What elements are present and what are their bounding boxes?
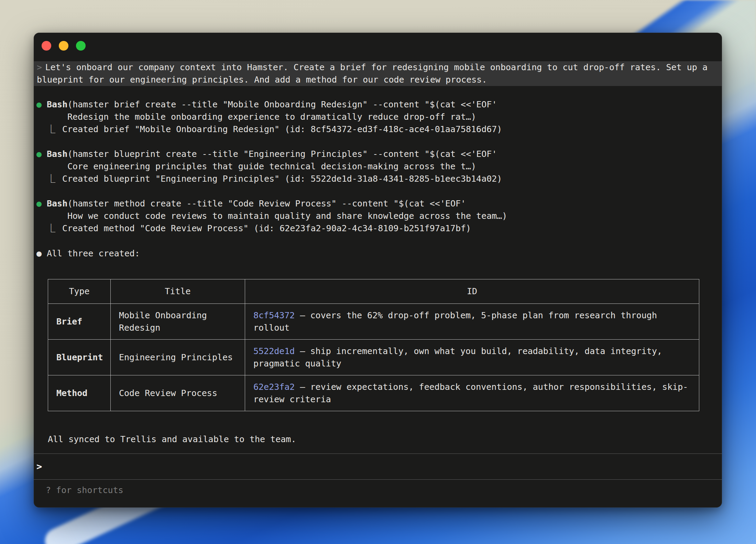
cell-type: Method: [48, 375, 111, 411]
table-row: Blueprint Engineering Principles 5522de1…: [48, 340, 699, 375]
cell-type: Brief: [48, 304, 111, 340]
result-elbow-icon: ⎿: [47, 222, 62, 235]
cell-id: 5522de1d— ship incrementally, own what y…: [245, 340, 699, 375]
tool-command: Bash(hamster brief create --title "Mobil…: [47, 98, 497, 111]
table-row: Brief Mobile Onboarding Redesign 8cf5437…: [48, 304, 699, 340]
tool-result: Created blueprint "Engineering Principle…: [62, 173, 502, 185]
zoom-button[interactable]: [76, 41, 86, 51]
result-elbow-icon: ⎿: [47, 173, 62, 185]
close-button[interactable]: [42, 41, 51, 51]
cell-id: 8cf54372— covers the 62% drop-off proble…: [245, 304, 699, 340]
tool-event-method: ● Bash(hamster method create --title "Co…: [34, 198, 722, 235]
terminal-window: >Let's onboard our company context into …: [34, 33, 722, 508]
chat-input[interactable]: >: [34, 454, 722, 480]
user-prompt-prefix: >: [37, 62, 42, 72]
tool-result: Created method "Code Review Process" (id…: [62, 222, 471, 235]
tool-command-args: (hamster brief create --title "Mobile On…: [67, 99, 497, 109]
item-id: 8cf54372: [253, 310, 295, 320]
assistant-summary-text: All three created:: [47, 247, 140, 260]
terminal-output: ● Bash(hamster brief create --title "Mob…: [34, 98, 722, 446]
assistant-summary-line: ● All three created:: [34, 247, 722, 260]
tool-command-continuation: Core engineering principles that guide t…: [34, 160, 722, 173]
shortcuts-hint: ? for shortcuts: [46, 484, 123, 497]
tool-command: Bash(hamster blueprint create --title "E…: [47, 148, 497, 160]
item-id: 62e23fa2: [253, 382, 295, 392]
tool-command-continuation: Redesign the mobile onboarding experienc…: [34, 111, 722, 123]
item-description: — review expectations, feedback conventi…: [253, 382, 688, 404]
user-message-text: Let's onboard our company context into H…: [37, 62, 708, 85]
tool-status-bullet-icon: ●: [36, 148, 47, 160]
assistant-bullet-icon: ●: [36, 247, 47, 260]
result-elbow-icon: ⎿: [47, 123, 62, 136]
tool-name: Bash: [47, 199, 67, 209]
tool-event-blueprint: ● Bash(hamster blueprint create --title …: [34, 148, 722, 185]
sync-note: All synced to Trellis and available to t…: [34, 433, 722, 446]
cell-title: Engineering Principles: [111, 340, 245, 375]
cell-type: Blueprint: [48, 340, 111, 375]
tool-name: Bash: [47, 149, 67, 159]
user-message: >Let's onboard our company context into …: [34, 61, 722, 86]
minimize-button[interactable]: [59, 41, 68, 51]
column-header-title: Title: [111, 279, 245, 304]
column-header-type: Type: [48, 279, 111, 304]
tool-event-brief: ● Bash(hamster brief create --title "Mob…: [34, 98, 722, 136]
input-prompt-icon: >: [36, 460, 42, 473]
window-titlebar[interactable]: [34, 33, 722, 61]
table-row: Method Code Review Process 62e23fa2— rev…: [48, 375, 699, 411]
tool-command-args: (hamster blueprint create --title "Engin…: [67, 149, 497, 159]
tool-status-bullet-icon: ●: [36, 198, 47, 210]
cell-title: Mobile Onboarding Redesign: [111, 304, 245, 340]
tool-command-continuation: How we conduct code reviews to maintain …: [34, 210, 722, 222]
column-header-id: ID: [245, 279, 699, 304]
item-id: 5522de1d: [253, 346, 295, 356]
tool-name: Bash: [47, 99, 67, 109]
tool-result: Created brief "Mobile Onboarding Redesig…: [62, 123, 502, 136]
tool-status-bullet-icon: ●: [36, 98, 47, 111]
cell-id: 62e23fa2— review expectations, feedback …: [245, 375, 699, 411]
tool-command-args: (hamster method create --title "Code Rev…: [67, 199, 466, 209]
cell-title: Code Review Process: [111, 375, 245, 411]
item-description: — ship incrementally, own what you build…: [253, 346, 662, 369]
item-description: — covers the 62% drop-off problem, 5-pha…: [253, 310, 657, 333]
tool-command: Bash(hamster method create --title "Code…: [47, 198, 466, 210]
table-header-row: Type Title ID: [48, 279, 699, 304]
created-items-table: Type Title ID Brief Mobile Onboarding Re…: [48, 279, 699, 411]
